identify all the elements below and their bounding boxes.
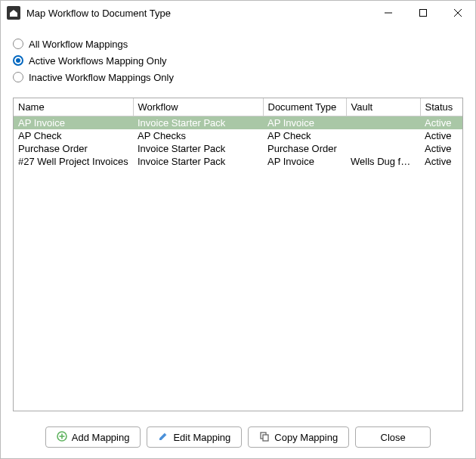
cell-workflow: Invoice Starter Pack — [133, 155, 263, 168]
cell-status: Active — [420, 116, 462, 130]
cell-doctype: AP Invoice — [263, 155, 346, 168]
cell-name: #27 Well Project Invoices — [14, 155, 133, 168]
cell-status: Active — [420, 142, 462, 155]
radio-icon — [13, 72, 23, 82]
table-row[interactable]: #27 Well Project InvoicesInvoice Starter… — [14, 155, 462, 168]
button-bar: Add Mapping Edit Mapping Copy Mapping Cl… — [1, 420, 475, 458]
radio-label: Inactive Workflow Mappings Only — [29, 72, 174, 83]
col-header-workflow[interactable]: Workflow — [133, 98, 263, 116]
radio-label: Active Workflows Mapping Only — [29, 55, 167, 67]
col-header-vault[interactable]: Vault — [346, 98, 420, 116]
radio-all-mappings[interactable]: All Workflow Mappings — [13, 36, 463, 52]
cell-doctype: Purchase Order — [263, 142, 346, 155]
close-button[interactable]: Close — [355, 426, 431, 448]
pencil-icon — [158, 431, 168, 444]
window-title: Map Workflow to Document Type — [26, 8, 171, 19]
cell-vault — [346, 129, 420, 142]
cell-name: AP Invoice — [14, 116, 133, 130]
cell-workflow: Invoice Starter Pack — [133, 116, 263, 130]
filter-radio-group: All Workflow Mappings Active Workflows M… — [1, 25, 475, 91]
cell-status: Active — [420, 155, 462, 168]
button-label: Add Mapping — [72, 432, 130, 443]
radio-label: All Workflow Mappings — [29, 39, 128, 50]
cell-status: Active — [420, 129, 462, 142]
radio-icon — [13, 39, 23, 49]
cell-doctype: AP Invoice — [263, 116, 346, 130]
app-icon — [7, 6, 20, 20]
table-row[interactable]: Purchase OrderInvoice Starter PackPurcha… — [14, 142, 462, 155]
radio-icon — [13, 55, 23, 66]
cell-name: Purchase Order — [14, 142, 133, 155]
button-label: Copy Mapping — [274, 432, 338, 443]
close-window-button[interactable] — [440, 1, 475, 25]
svg-rect-8 — [263, 435, 268, 441]
cell-workflow: Invoice Starter Pack — [133, 142, 263, 155]
maximize-button[interactable] — [406, 1, 440, 25]
table-row[interactable]: AP CheckAP ChecksAP CheckActive — [14, 129, 462, 142]
button-label: Close — [381, 432, 406, 443]
copy-icon — [259, 431, 270, 444]
table-body: AP InvoiceInvoice Starter PackAP Invoice… — [14, 116, 462, 169]
radio-active-only[interactable]: Active Workflows Mapping Only — [13, 52, 463, 69]
cell-name: AP Check — [14, 129, 133, 142]
plus-circle-icon — [57, 431, 67, 444]
copy-mapping-button[interactable]: Copy Mapping — [248, 426, 349, 448]
cell-vault — [346, 142, 420, 155]
col-header-status[interactable]: Status — [420, 98, 462, 116]
mappings-table[interactable]: Name Workflow Document Type Vault Status… — [14, 98, 462, 168]
minimize-button[interactable] — [371, 1, 406, 25]
table-header-row: Name Workflow Document Type Vault Status — [14, 98, 462, 116]
table-row[interactable]: AP InvoiceInvoice Starter PackAP Invoice… — [14, 116, 462, 130]
cell-doctype: AP Check — [263, 129, 346, 142]
cell-vault: Wells Dug for ... — [346, 155, 420, 168]
col-header-doctype[interactable]: Document Type — [263, 98, 346, 116]
edit-mapping-button[interactable]: Edit Mapping — [147, 426, 242, 448]
add-mapping-button[interactable]: Add Mapping — [45, 426, 141, 448]
cell-vault — [346, 116, 420, 130]
cell-workflow: AP Checks — [133, 129, 263, 142]
col-header-name[interactable]: Name — [14, 98, 133, 116]
svg-rect-1 — [420, 10, 427, 17]
mappings-table-container: Name Workflow Document Type Vault Status… — [13, 98, 463, 411]
title-bar: Map Workflow to Document Type — [1, 1, 475, 25]
button-label: Edit Mapping — [173, 432, 230, 443]
radio-inactive-only[interactable]: Inactive Workflow Mappings Only — [13, 69, 463, 85]
